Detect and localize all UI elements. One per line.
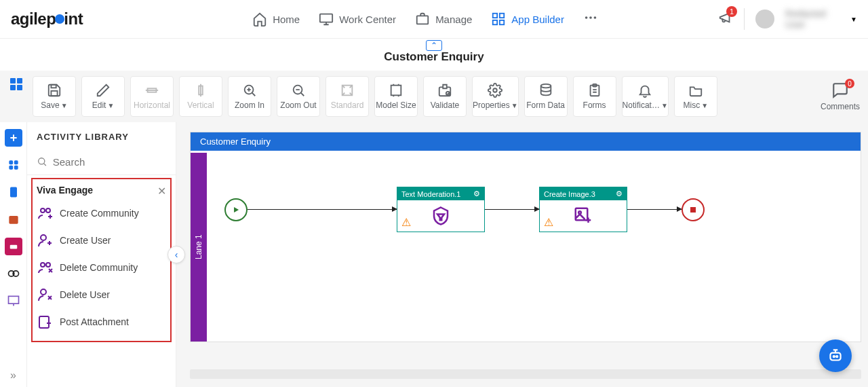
people-x-icon [37, 259, 53, 276]
svg-rect-14 [51, 91, 57, 96]
notifications-tool-button[interactable]: Notificat…▼ [622, 76, 669, 117]
zoom-out-button[interactable]: Zoom Out [277, 76, 320, 117]
activity-text-moderation[interactable]: Text Moderation.1⚙ ⚠ [397, 187, 485, 232]
activity-create-image[interactable]: Create Image.3⚙ ⚠ [539, 187, 627, 232]
lib-item-create-community[interactable]: Create Community [37, 200, 166, 227]
svg-point-39 [41, 235, 46, 240]
rail-add[interactable] [5, 129, 22, 147]
end-node[interactable] [682, 198, 705, 221]
svg-rect-26 [9, 160, 13, 164]
svg-rect-31 [9, 216, 18, 224]
briefcase-icon [415, 12, 430, 26]
zoom-standard-button[interactable]: Standard [326, 76, 369, 117]
svg-rect-28 [9, 166, 13, 170]
lib-item-post-attachment[interactable]: Post Attachment [37, 308, 166, 335]
nav-home[interactable]: Home [252, 12, 300, 26]
user-menu-toggle[interactable]: ▼ [850, 16, 857, 23]
lib-item-delete-user[interactable]: Delete User [37, 281, 166, 308]
edit-button[interactable]: Edit▼ [81, 76, 125, 117]
validate-icon [437, 83, 452, 98]
rail-item-7[interactable] [5, 292, 22, 310]
rail-item-5[interactable] [5, 238, 22, 255]
plus-icon [8, 132, 19, 143]
svg-rect-10 [17, 78, 22, 84]
connector[interactable] [485, 209, 539, 210]
align-horizontal-icon [144, 83, 159, 98]
clipboard-rail-icon [7, 185, 20, 199]
library-heading: ACTIVITY LIBRARY [27, 132, 176, 151]
nav-manage[interactable]: Manage [415, 12, 472, 26]
rail-item-4[interactable] [5, 210, 22, 228]
svg-rect-35 [8, 296, 18, 303]
apps-toggle[interactable] [8, 76, 24, 92]
image-plus-icon [573, 206, 593, 226]
zoom-out-icon [291, 83, 306, 98]
rail-item-3[interactable] [5, 183, 22, 201]
lib-item-create-user[interactable]: Create User [37, 227, 166, 254]
bell-icon [637, 83, 652, 98]
model-size-button[interactable]: Model Size [374, 76, 418, 117]
properties-button[interactable]: Properties▼ [472, 76, 519, 117]
database-icon [538, 83, 553, 98]
user-avatar[interactable] [755, 10, 774, 29]
misc-button[interactable]: Misc▼ [674, 76, 717, 117]
header-collapse-bar: ⌃ [0, 38, 868, 50]
card-icon [9, 242, 18, 251]
align-horizontal-button[interactable]: Horizontal [130, 76, 174, 117]
svg-rect-0 [320, 14, 332, 22]
notifications-button[interactable]: 1 [718, 10, 733, 28]
rail-item-2[interactable] [5, 156, 22, 174]
svg-point-40 [41, 263, 45, 267]
separator [744, 8, 745, 30]
nav-work-center[interactable]: Work Center [319, 12, 396, 26]
lib-item-delete-community[interactable]: Delete Community [37, 254, 166, 281]
home-icon [252, 12, 267, 26]
rail-expand[interactable]: » [10, 369, 16, 387]
save-button[interactable]: Save▼ [33, 76, 76, 117]
svg-rect-13 [51, 85, 56, 88]
shield-filter-icon [431, 206, 451, 226]
user-x-icon [37, 287, 53, 303]
comments-count: 0 [845, 79, 854, 88]
library-search [27, 151, 176, 175]
form-data-button[interactable]: Form Data [524, 76, 568, 117]
zoom-in-button[interactable]: Zoom In [228, 76, 271, 117]
svg-point-23 [540, 84, 551, 88]
page-title: Customer Enquiry [0, 50, 868, 71]
flow: Text Moderation.1⚙ ⚠ Create Image.3⚙ ⚠ [224, 187, 847, 232]
people-plus-icon [37, 205, 53, 221]
forms-button[interactable]: Forms [573, 76, 616, 117]
search-input[interactable] [53, 156, 166, 168]
gear-small-icon[interactable]: ⚙ [616, 189, 623, 198]
brand-logo: agilepint [11, 10, 83, 29]
nav-more[interactable] [583, 10, 598, 28]
align-vertical-button[interactable]: Vertical [179, 76, 222, 117]
start-node[interactable] [224, 198, 248, 221]
group-title: Viva Engage [37, 185, 166, 196]
svg-rect-44 [576, 208, 588, 221]
library-collapse[interactable]: ‹ [167, 246, 185, 263]
horizontal-scrollbar[interactable] [190, 369, 861, 379]
group-close[interactable]: ✕ [157, 185, 166, 198]
svg-point-8 [593, 16, 596, 19]
process-canvas[interactable]: Customer Enquiry Lane 1 Text Moderation.… [190, 132, 861, 342]
svg-rect-4 [493, 20, 497, 24]
svg-point-38 [46, 208, 50, 213]
top-nav: agilepint Home Work Center Manage App Bu… [0, 0, 868, 38]
screen-icon [7, 294, 20, 308]
user-name: Redacted User [785, 8, 840, 30]
connector[interactable] [627, 209, 682, 210]
save-icon [47, 83, 62, 98]
svg-rect-29 [14, 166, 18, 170]
gear-small-icon[interactable]: ⚙ [473, 189, 480, 198]
svg-point-48 [836, 356, 837, 357]
edit-icon [96, 83, 111, 98]
validate-button[interactable]: Validate [423, 76, 467, 117]
connector[interactable] [248, 209, 397, 210]
comments-button[interactable]: 0 Comments [821, 81, 860, 111]
nav-app-builder[interactable]: App Builder [491, 12, 564, 26]
collapse-header-button[interactable]: ⌃ [426, 40, 442, 51]
rail-item-6[interactable] [5, 265, 22, 282]
svg-rect-5 [500, 20, 504, 24]
assistant-fab[interactable] [819, 339, 852, 372]
